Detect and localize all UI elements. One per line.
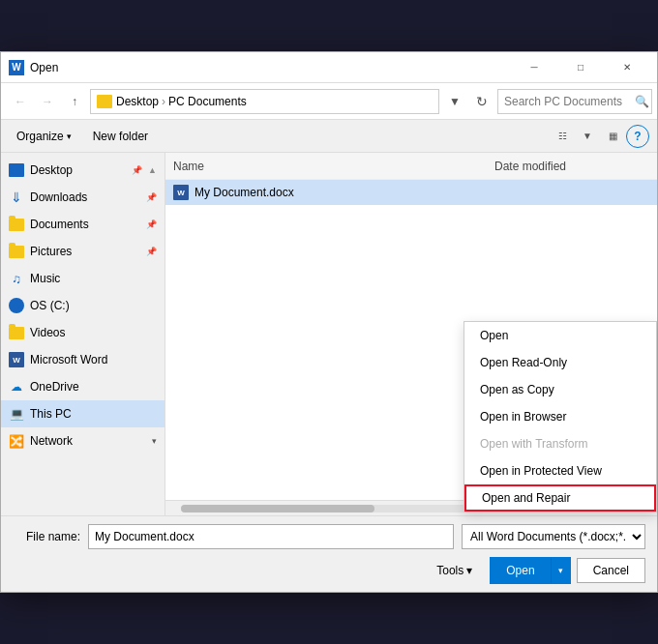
sidebar-item-label: This PC — [30, 407, 157, 421]
filename-input[interactable] — [88, 524, 454, 549]
pin-icon: 📌 — [146, 220, 157, 229]
sidebar-item-label: OS (C:) — [30, 299, 157, 312]
breadcrumb[interactable]: Desktop › PC Documents — [90, 89, 439, 114]
menu-item-open-copy[interactable]: Open as Copy — [464, 376, 656, 403]
open-dropdown-button[interactable]: ▾ — [551, 558, 570, 583]
sidebar-item-this-pc[interactable]: 💻 This PC — [1, 400, 164, 427]
new-folder-button[interactable]: New folder — [85, 125, 156, 148]
breadcrumb-desktop: Desktop — [116, 95, 159, 108]
view-dropdown-button[interactable]: ▼ — [576, 125, 599, 148]
pc-icon: 💻 — [9, 406, 24, 422]
open-button[interactable]: Open — [491, 558, 550, 583]
tools-button[interactable]: Tools ▾ — [425, 558, 484, 583]
filename-label: File name: — [13, 530, 80, 543]
organize-button[interactable]: Organize ▾ — [9, 125, 79, 148]
file-list-header: Name Date modified — [165, 153, 657, 180]
sidebar-item-pictures[interactable]: Pictures 📌 — [1, 238, 164, 265]
menu-item-open-repair[interactable]: Open and Repair — [464, 484, 656, 512]
menu-item-open-browser[interactable]: Open in Browser — [464, 403, 656, 430]
menu-item-open-protected[interactable]: Open in Protected View — [464, 457, 656, 484]
menu-item-open-transform: Open with Transform — [464, 430, 656, 457]
open-dialog: W Open ─ □ ✕ ← → ↑ Desktop › PC Document… — [0, 51, 658, 593]
desktop-icon — [9, 162, 24, 178]
documents-icon — [9, 217, 24, 232]
sidebar-item-label: Pictures — [30, 245, 140, 258]
titlebar: W Open ─ □ ✕ — [1, 52, 657, 83]
sidebar: Desktop 📌 ▲ ⇓ Downloads 📌 Documents 📌 — [1, 153, 165, 515]
breadcrumb-separator: › — [162, 95, 165, 108]
search-icon: 🔍 — [635, 95, 649, 108]
sidebar-item-documents[interactable]: Documents 📌 — [1, 211, 164, 238]
sidebar-item-label: Desktop — [30, 163, 126, 177]
pin-icon: 📌 — [146, 192, 157, 202]
sidebar-item-network[interactable]: 🔀 Network ▾ — [1, 427, 164, 454]
filename-row: File name: All Word Documents (*.docx;*.… — [13, 524, 645, 549]
pin-icon: 📌 — [132, 165, 142, 175]
word-icon: W — [9, 352, 24, 367]
close-button[interactable]: ✕ — [605, 52, 649, 83]
bottom-bar: File name: All Word Documents (*.docx;*.… — [1, 515, 657, 592]
filetype-select[interactable]: All Word Documents (*.docx;*.c — [462, 524, 645, 549]
cancel-button[interactable]: Cancel — [577, 558, 645, 583]
expand-arrow: ▾ — [152, 436, 157, 446]
refresh-button[interactable]: ↻ — [470, 90, 494, 113]
pane-button[interactable]: ▦ — [601, 125, 624, 148]
help-button[interactable]: ? — [626, 125, 649, 148]
sidebar-item-label: Network — [30, 434, 146, 448]
view-controls: ☷ ▼ ▦ ? — [551, 125, 649, 148]
toolbar: Organize ▾ New folder ☷ ▼ ▦ ? — [1, 120, 657, 153]
breadcrumb-current: PC Documents — [168, 95, 247, 108]
open-dropdown-menu: Open Open Read-Only Open as Copy Open in… — [464, 321, 657, 512]
sidebar-item-ms-word[interactable]: W Microsoft Word — [1, 346, 164, 373]
table-row[interactable]: W My Document.docx — [165, 180, 657, 205]
folder-icon — [97, 95, 112, 108]
organize-arrow: ▾ — [67, 132, 72, 141]
address-dropdown-button[interactable]: ▼ — [443, 90, 466, 113]
sidebar-item-label: Documents — [30, 218, 140, 231]
file-name: My Document.docx — [194, 186, 489, 199]
search-input[interactable] — [497, 89, 652, 114]
sidebar-item-label: OneDrive — [30, 380, 157, 394]
sidebar-item-label: Microsoft Word — [30, 353, 157, 366]
sidebar-item-downloads[interactable]: ⇓ Downloads 📌 — [1, 184, 164, 211]
minimize-button[interactable]: ─ — [512, 52, 556, 83]
music-icon: ♫ — [9, 271, 24, 286]
pin-icon: 📌 — [146, 247, 157, 256]
window-controls: ─ □ ✕ — [512, 52, 649, 83]
app-icon: W — [9, 60, 24, 75]
view-toggle-button[interactable]: ☷ — [551, 125, 574, 148]
sidebar-item-onedrive[interactable]: ☁ OneDrive — [1, 373, 164, 400]
file-word-icon: W — [173, 185, 189, 200]
up-button[interactable]: ↑ — [63, 90, 86, 113]
os-icon — [9, 298, 24, 313]
maximize-button[interactable]: □ — [558, 52, 603, 83]
sidebar-item-label: Music — [30, 272, 157, 285]
menu-item-open-readonly[interactable]: Open Read-Only — [464, 349, 656, 376]
downloads-icon: ⇓ — [9, 190, 24, 205]
dialog-title: Open — [30, 61, 512, 74]
actions-row: Tools ▾ Open ▾ Cancel — [13, 557, 645, 584]
new-folder-label: New folder — [93, 130, 148, 143]
back-button[interactable]: ← — [9, 90, 32, 113]
sidebar-item-label: Videos — [30, 326, 157, 339]
onedrive-icon: ☁ — [9, 379, 24, 395]
pictures-icon — [9, 244, 24, 259]
sidebar-item-music[interactable]: ♫ Music — [1, 265, 164, 292]
sidebar-item-desktop[interactable]: Desktop 📌 ▲ — [1, 157, 164, 184]
sidebar-item-videos[interactable]: Videos — [1, 319, 164, 346]
videos-icon — [9, 325, 24, 340]
forward-button[interactable]: → — [36, 90, 59, 113]
menu-item-open[interactable]: Open — [464, 322, 656, 349]
scroll-thumb[interactable] — [181, 505, 374, 512]
sidebar-item-label: Downloads — [30, 190, 140, 204]
col-name-header[interactable]: Name — [173, 160, 494, 173]
network-icon: 🔀 — [9, 433, 24, 449]
organize-label: Organize — [16, 130, 64, 143]
tools-label: Tools — [436, 564, 464, 577]
col-date-header[interactable]: Date modified — [494, 160, 649, 173]
open-button-group: Open ▾ — [490, 557, 570, 584]
addressbar: ← → ↑ Desktop › PC Documents ▼ ↻ 🔍 — [1, 83, 657, 120]
sidebar-item-os[interactable]: OS (C:) — [1, 292, 164, 319]
tools-arrow: ▾ — [466, 564, 472, 577]
